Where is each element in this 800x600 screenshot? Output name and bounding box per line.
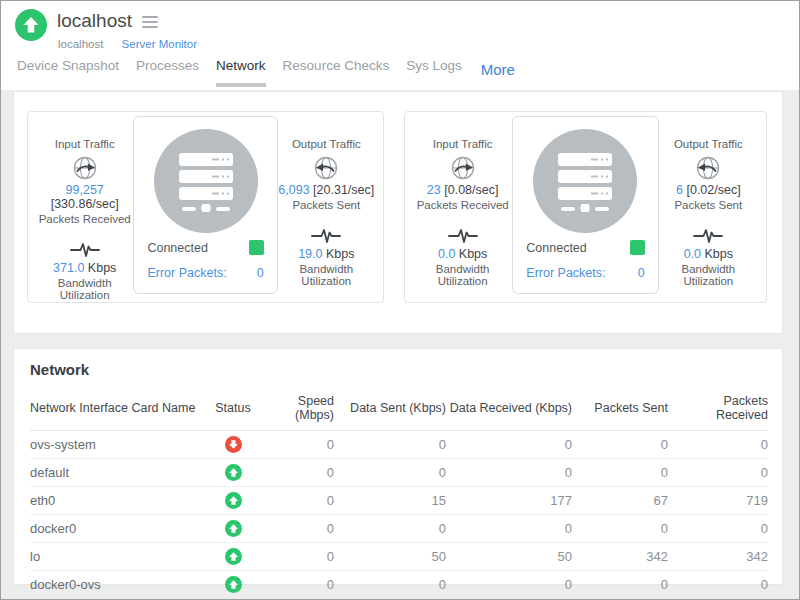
output-traffic-globe-icon xyxy=(313,155,339,181)
up-arrow-icon xyxy=(15,9,47,41)
data-sent-value: 0 xyxy=(334,515,446,543)
interface-name: ovs-system xyxy=(30,431,210,459)
interface-name: eth0 xyxy=(30,487,210,515)
data-received-value: 0 xyxy=(446,459,572,487)
speed-value: 0 xyxy=(256,543,334,571)
input-traffic-title: Input Traffic xyxy=(413,138,512,150)
output-traffic-title: Output Traffic xyxy=(659,138,758,150)
packets-received-value: 342 xyxy=(668,543,768,571)
error-packets-label[interactable]: Error Packets: xyxy=(147,266,226,280)
network-interface-table: Network Interface Card Name Status Speed… xyxy=(30,388,768,599)
tab-bar: Device Snapshot Processes Network Resour… xyxy=(17,58,515,87)
server-icon xyxy=(154,129,258,233)
input-bandwidth-unit: Kbps xyxy=(459,247,488,261)
packets-received-value: 0 xyxy=(668,431,768,459)
speed-value: 0 xyxy=(256,487,334,515)
data-received-value: 50 xyxy=(446,543,572,571)
tab-sys-logs[interactable]: Sys Logs xyxy=(406,58,462,83)
data-received-value: 0 xyxy=(446,515,572,543)
interface-status-icon xyxy=(225,576,242,593)
network-table-panel: Network Network Interface Card Name Stat… xyxy=(13,348,783,585)
packets-received-label: Packets Received xyxy=(413,199,512,211)
packets-sent-count[interactable]: 6,093 xyxy=(278,183,309,197)
interface-status-icon xyxy=(225,436,242,453)
app-window: localhost localhost Server Monitor Devic… xyxy=(0,0,800,600)
data-sent-value: 0 xyxy=(334,459,446,487)
output-traffic-globe-icon xyxy=(695,155,721,181)
packets-sent-rate: [0.02/sec] xyxy=(686,183,740,197)
packets-received-value: 0 xyxy=(668,571,768,599)
packets-received-rate: [0.08/sec] xyxy=(444,183,498,197)
server-icon xyxy=(533,129,637,233)
tab-network[interactable]: Network xyxy=(216,58,266,87)
input-traffic-section: Input Traffic 99,257 [330.86/sec] Packet… xyxy=(36,112,133,302)
col-header-name: Network Interface Card Name xyxy=(30,388,210,431)
traffic-panel: Input Traffic 99,257 [330.86/sec] Packet… xyxy=(13,91,783,334)
input-traffic-section: Input Traffic 23 [0.08/sec] Packets Rece… xyxy=(413,112,512,302)
menu-icon[interactable] xyxy=(142,14,158,28)
output-bandwidth-unit: Kbps xyxy=(326,247,355,261)
table-title: Network xyxy=(30,361,766,378)
output-bandwidth-value[interactable]: 19.0 xyxy=(298,247,322,261)
table-row: eth0 0 15 177 67 719 xyxy=(30,487,768,515)
input-traffic-globe-icon xyxy=(450,155,476,181)
connection-status: Connected xyxy=(526,241,586,255)
packets-received-value: 0 xyxy=(668,459,768,487)
data-received-value: 0 xyxy=(446,431,572,459)
input-bandwidth-value[interactable]: 371.0 xyxy=(53,261,84,275)
input-bandwidth-label: Bandwidth Utilization xyxy=(36,277,133,301)
speed-value: 0 xyxy=(256,431,334,459)
table-row: lo 0 50 50 342 342 xyxy=(30,543,768,571)
status-square xyxy=(630,240,645,255)
col-header-data-received: Data Received (Kbps) xyxy=(446,388,572,431)
packets-sent-value: 67 xyxy=(572,487,668,515)
packets-sent-value: 0 xyxy=(572,459,668,487)
speed-value: 0 xyxy=(256,515,334,543)
tab-processes[interactable]: Processes xyxy=(136,58,199,83)
packets-received-value: 0 xyxy=(668,515,768,543)
packets-sent-count[interactable]: 6 xyxy=(676,183,683,197)
output-traffic-section: Output Traffic 6 [0.02/sec] Packets Sent… xyxy=(659,112,758,302)
table-row: docker0 0 0 0 0 0 xyxy=(30,515,768,543)
output-bandwidth-unit: Kbps xyxy=(705,247,734,261)
col-header-packets-sent: Packets Sent xyxy=(572,388,668,431)
input-bandwidth-value[interactable]: 0.0 xyxy=(438,247,455,261)
error-packets-value[interactable]: 0 xyxy=(257,266,264,280)
packets-received-count[interactable]: 99,257 xyxy=(66,183,104,197)
col-header-status: Status xyxy=(210,388,256,431)
packets-received-count[interactable]: 23 xyxy=(427,183,441,197)
interface-name: default xyxy=(30,459,210,487)
packets-sent-rate: [20.31/sec] xyxy=(313,183,374,197)
connection-status-card: Connected Error Packets: 0 xyxy=(512,116,658,294)
error-packets-label[interactable]: Error Packets: xyxy=(526,266,605,280)
interface-status-icon xyxy=(225,520,242,537)
bandwidth-pulse-icon xyxy=(448,227,478,245)
col-header-data-sent: Data Sent (Kbps) xyxy=(334,388,446,431)
input-bandwidth-unit: Kbps xyxy=(88,261,117,275)
col-header-speed: Speed (Mbps) xyxy=(256,388,334,431)
server-up-avatar xyxy=(15,9,47,41)
interface-status-icon xyxy=(225,492,242,509)
output-traffic-title: Output Traffic xyxy=(278,138,375,150)
output-bandwidth-value[interactable]: 0.0 xyxy=(684,247,701,261)
packets-received-rate: [330.86/sec] xyxy=(51,197,119,211)
monitor-type-link[interactable]: Server Monitor xyxy=(122,38,197,50)
tab-device-snapshot[interactable]: Device Snapshot xyxy=(17,58,119,83)
data-received-value: 0 xyxy=(446,571,572,599)
col-header-packets-received: Packets Received xyxy=(668,388,768,431)
packets-sent-value: 0 xyxy=(572,571,668,599)
tab-resource-checks[interactable]: Resource Checks xyxy=(283,58,390,83)
input-traffic-globe-icon xyxy=(72,155,98,181)
output-bandwidth-label: Bandwidth Utilization xyxy=(659,263,758,287)
error-packets-value[interactable]: 0 xyxy=(638,266,645,280)
traffic-card-1: Input Traffic 99,257 [330.86/sec] Packet… xyxy=(27,111,384,303)
connection-status: Connected xyxy=(147,241,207,255)
interface-name: docker0 xyxy=(30,515,210,543)
more-menu[interactable]: More xyxy=(481,61,515,78)
packets-sent-value: 342 xyxy=(572,543,668,571)
speed-value: 0 xyxy=(256,459,334,487)
packets-sent-label: Packets Sent xyxy=(659,199,758,211)
header: localhost localhost Server Monitor Devic… xyxy=(1,1,799,90)
input-bandwidth-label: Bandwidth Utilization xyxy=(413,263,512,287)
data-received-value: 177 xyxy=(446,487,572,515)
